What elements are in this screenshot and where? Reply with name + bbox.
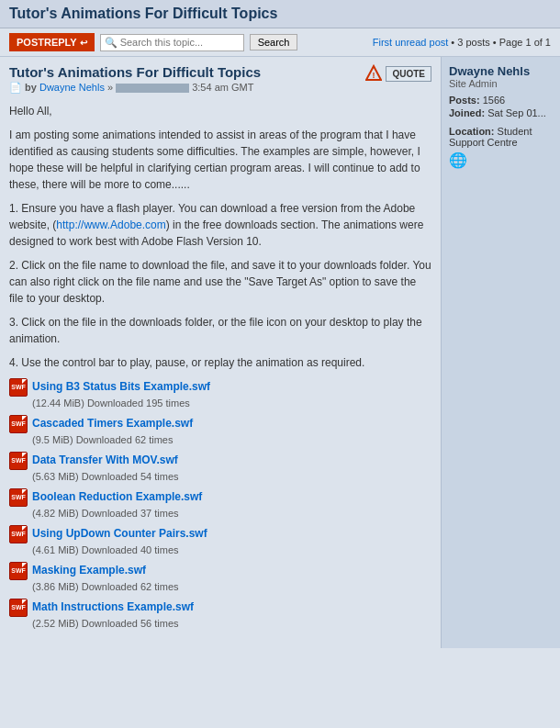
attachment-link-3[interactable]: Boolean Reduction Example.swf [32, 488, 202, 505]
swf-file-icon: SWF [9, 525, 28, 543]
attachment-item: SWF Using UpDown Counter Pairs.swf (4.61… [9, 525, 431, 558]
attachment-info-6: (2.52 MiB) Downloaded 56 times [32, 618, 179, 629]
attachment-item: SWF Data Transfer With MOV.swf (5.63 MiB… [9, 452, 431, 485]
author-link[interactable]: Dwayne Nehls [39, 82, 105, 93]
post-header-left: Tutor's Animations For Difficult Topics … [9, 64, 261, 94]
instruction-3: 3. Click on the file in the downloads fo… [9, 314, 431, 347]
sidebar: Dwayne Nehls Site Admin Posts: 1566 Join… [441, 57, 560, 648]
globe-icon[interactable]: 🌐 [449, 151, 553, 169]
attachment-content: Data Transfer With MOV.swf (5.63 MiB) Do… [32, 452, 179, 485]
svg-text:!: ! [373, 71, 375, 80]
post-title: Tutor's Animations For Difficult Topics [9, 64, 261, 80]
author-role: Site Admin [449, 78, 553, 89]
reply-icon: ↩ [80, 38, 87, 48]
attachment-info-2: (5.63 MiB) Downloaded 54 times [32, 471, 179, 482]
author-name: Dwayne Nehls [449, 64, 553, 78]
quote-button[interactable]: QUOTE [386, 66, 431, 82]
attachment-item: SWF Masking Example.swf (3.86 MiB) Downl… [9, 562, 431, 595]
report-icon[interactable]: ! [365, 64, 382, 83]
post-reply-button[interactable]: POSTREPLY ↩ [9, 33, 95, 51]
attachment-info-1: (9.5 MiB) Downloaded 62 times [32, 434, 173, 445]
search-input[interactable] [120, 37, 240, 48]
attachments-list: SWF Using B3 Status Bits Example.swf (12… [9, 378, 431, 632]
attachment-content: Using B3 Status Bits Example.swf (12.44 … [32, 378, 210, 411]
attachment-content: Math Instructions Example.swf (2.52 MiB)… [32, 599, 194, 632]
attachment-content: Cascaded Timers Example.swf (9.5 MiB) Do… [32, 415, 193, 448]
swf-file-icon: SWF [9, 452, 28, 470]
attachment-info-4: (4.61 MiB) Downloaded 40 times [32, 544, 179, 555]
adobe-link[interactable]: http://www.Adobe.com [56, 218, 165, 231]
swf-file-icon: SWF [9, 599, 28, 617]
attachment-item: SWF Boolean Reduction Example.swf (4.82 … [9, 488, 431, 521]
location-stat: Location: Student Support Centre [449, 126, 553, 148]
page-title: Tutor's Animations For Difficult Topics [0, 0, 560, 28]
attachment-link-4[interactable]: Using UpDown Counter Pairs.swf [32, 525, 207, 542]
attachment-item: SWF Using B3 Status Bits Example.swf (12… [9, 378, 431, 411]
attachment-link-2[interactable]: Data Transfer With MOV.swf [32, 452, 179, 468]
post-meta: 📄 by Dwayne Nehls » 3:54 am GMT [9, 82, 261, 94]
instruction-2: 2. Click on the file name to download th… [9, 257, 431, 307]
attachment-link-5[interactable]: Masking Example.swf [32, 562, 179, 578]
attachment-link-0[interactable]: Using B3 Status Bits Example.swf [32, 378, 210, 395]
attachment-item: SWF Math Instructions Example.swf (2.52 … [9, 599, 431, 632]
post-body: Hello All, I am posting some animations … [9, 97, 431, 641]
attachment-info-0: (12.44 MiB) Downloaded 195 times [32, 398, 190, 409]
post-header: Tutor's Animations For Difficult Topics … [9, 64, 431, 94]
attachment-item: SWF Cascaded Timers Example.swf (9.5 MiB… [9, 415, 431, 448]
greeting: Hello All, [9, 103, 431, 119]
para1: I am posting some animations intended to… [9, 127, 431, 193]
swf-file-icon: SWF [9, 562, 28, 580]
post-actions: ! QUOTE [365, 64, 431, 83]
attachment-info-3: (4.82 MiB) Downloaded 37 times [32, 508, 179, 519]
nav-info: First unread post • 3 posts • Page 1 of … [373, 37, 551, 48]
attachment-content: Masking Example.swf (3.86 MiB) Downloade… [32, 562, 179, 595]
search-box: 🔍 [100, 34, 244, 51]
attachment-content: Using UpDown Counter Pairs.swf (4.61 MiB… [32, 525, 207, 558]
attachment-link-1[interactable]: Cascaded Timers Example.swf [32, 415, 193, 431]
main-layout: Tutor's Animations For Difficult Topics … [0, 57, 560, 648]
swf-file-icon: SWF [9, 378, 28, 397]
joined-stat: Joined: Sat Sep 01... [449, 107, 553, 118]
toolbar: POSTREPLY ↩ 🔍 Search First unread post •… [0, 28, 560, 57]
search-button[interactable]: Search [250, 34, 298, 50]
instruction-1: 1. Ensure you have a flash player. You c… [9, 200, 431, 250]
first-unread-link[interactable]: First unread post [373, 37, 449, 48]
post-area: Tutor's Animations For Difficult Topics … [0, 57, 441, 648]
attachment-content: Boolean Reduction Example.swf (4.82 MiB)… [32, 488, 202, 521]
posts-stat: Posts: 1566 [449, 95, 553, 106]
attachment-link-6[interactable]: Math Instructions Example.swf [32, 599, 194, 615]
attachment-info-5: (3.86 MiB) Downloaded 62 times [32, 581, 179, 592]
instruction-4: 4. Use the control bar to play, pause, o… [9, 354, 431, 371]
swf-file-icon: SWF [9, 415, 28, 433]
search-icon: 🔍 [105, 37, 118, 49]
swf-file-icon: SWF [9, 488, 28, 507]
